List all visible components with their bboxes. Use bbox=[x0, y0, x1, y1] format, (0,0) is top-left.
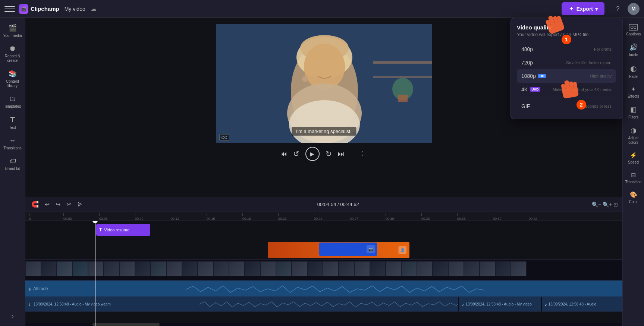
zoom-controls: 🔍− 🔍+ ⊡ bbox=[592, 202, 618, 208]
sidebar-item-templates[interactable]: 🗂 Templates bbox=[1, 92, 24, 112]
rewind-button[interactable]: ↺ bbox=[293, 149, 299, 158]
quality-1080p-label: 1080p HD bbox=[521, 73, 546, 79]
sidebar-item-transitions[interactable]: ↔ Transitions bbox=[1, 134, 24, 153]
thumb-29 bbox=[464, 261, 480, 276]
captions-label: Captions bbox=[626, 32, 641, 37]
quality-4k[interactable]: 4K UHD Make the most of your 4K media bbox=[517, 83, 616, 96]
audio-note-2: ♪ bbox=[462, 302, 464, 307]
cc-button[interactable]: CC bbox=[219, 134, 230, 141]
sidebar-item-your-media[interactable]: 🎬 Your media bbox=[1, 21, 24, 41]
skip-forward-button[interactable]: ⏭ bbox=[338, 150, 345, 158]
thumb-32 bbox=[511, 261, 527, 276]
magnet-tool[interactable]: 🧲 bbox=[30, 199, 40, 209]
sidebar-item-brand-kit[interactable]: 🏷 Brand kit bbox=[1, 154, 24, 174]
thumb-6 bbox=[104, 261, 119, 276]
topbar: 🎬 Clipchamp My video ☁ ＋ Export ▾ ? M bbox=[0, 0, 644, 18]
blue-video-clip[interactable]: 📷 bbox=[319, 243, 377, 256]
thumb-31 bbox=[495, 261, 511, 276]
thumb-10 bbox=[166, 261, 182, 276]
video-thumbnails[interactable] bbox=[25, 261, 622, 276]
sidebar-item-record[interactable]: ⏺ Record & create bbox=[1, 42, 24, 66]
video-container: I'm a marketing specialist. CC bbox=[216, 24, 432, 143]
video-title[interactable]: My video bbox=[65, 6, 85, 12]
right-sidebar-adjust-colors[interactable]: ◑ Adjust colors bbox=[624, 123, 643, 148]
quality-1080p[interactable]: 1080p HD High quality bbox=[517, 69, 616, 83]
text-clip[interactable]: T Video resume bbox=[96, 224, 150, 236]
thumb-9 bbox=[151, 261, 166, 276]
right-sidebar-transition[interactable]: ⊟ Transition bbox=[624, 168, 643, 187]
sidebar-label-transitions: Transitions bbox=[3, 146, 22, 151]
text-track-content: T Video resume bbox=[25, 221, 622, 240]
right-sidebar-filters[interactable]: ◧ Filters bbox=[624, 102, 643, 123]
right-sidebar-effects[interactable]: ✦ Effects bbox=[624, 83, 643, 102]
cut-button[interactable]: ✂ bbox=[65, 199, 73, 209]
thumb-13 bbox=[213, 261, 229, 276]
video-overlay bbox=[216, 24, 432, 143]
zoom-out-button[interactable]: 🔍− bbox=[592, 202, 601, 208]
thumb-26 bbox=[417, 261, 433, 276]
zoom-in-button[interactable]: 🔍+ bbox=[603, 202, 612, 208]
desc-720p: Smaller file, faster export bbox=[566, 60, 612, 65]
export-label: Export bbox=[577, 6, 593, 12]
right-sidebar-speed[interactable]: ⚡ Speed bbox=[624, 149, 643, 168]
uhd-badge: UHD bbox=[530, 87, 540, 92]
redo-button[interactable]: ↪ bbox=[54, 199, 62, 209]
sidebar-expand-arrow[interactable]: › bbox=[1, 309, 24, 323]
right-sidebar-audio[interactable]: 🔊 Audio bbox=[624, 40, 643, 60]
altitude-track-content: ♪ Altitude bbox=[25, 281, 622, 297]
export-dropdown-title: Video quality bbox=[517, 24, 616, 31]
ruler-mark-1: 00:03 bbox=[63, 213, 72, 221]
ruler-mark-14: 00:42 bbox=[528, 213, 537, 221]
ruler-mark-0: 0 bbox=[28, 213, 31, 221]
ruler-mark-13: 00:39 bbox=[492, 213, 502, 221]
quality-480p[interactable]: 480p For drafts bbox=[517, 42, 616, 56]
desc-1080p: High quality bbox=[590, 74, 612, 78]
text-icon: T bbox=[10, 115, 15, 124]
forward-button[interactable]: ↻ bbox=[326, 149, 332, 158]
play-button[interactable]: ▶ bbox=[305, 147, 320, 161]
svg-rect-10 bbox=[398, 95, 408, 102]
audio-segment-2[interactable]: ♪ 13/09/2024, 12:58:48 - Audio - My vide… bbox=[458, 297, 540, 311]
fit-button[interactable]: ⊡ bbox=[613, 202, 618, 208]
skip-back-button[interactable]: ⏮ bbox=[280, 150, 287, 158]
right-sidebar-captions[interactable]: CC Captions bbox=[624, 21, 643, 39]
timeline-scrollbar[interactable] bbox=[25, 323, 622, 326]
right-sidebar-fade[interactable]: ◐ Fade bbox=[624, 61, 643, 82]
topbar-icons: ? M bbox=[612, 3, 640, 15]
scrollbar-thumb[interactable] bbox=[92, 323, 160, 326]
video-subtitle: I'm a marketing specialist. bbox=[292, 127, 356, 136]
svg-rect-7 bbox=[373, 61, 432, 64]
ruler-mark-12: 00:36 bbox=[456, 213, 466, 221]
ruler-mark-5: 00:15 bbox=[206, 213, 215, 221]
desc-480p: For drafts bbox=[594, 47, 612, 51]
avatar[interactable]: M bbox=[628, 3, 640, 15]
export-button[interactable]: ＋ Export ▾ bbox=[562, 2, 604, 15]
sidebar-item-text[interactable]: T Text bbox=[1, 113, 24, 133]
quality-720p[interactable]: 720p Smaller file, faster export bbox=[517, 56, 616, 69]
ruler-mark-6: 00:18 bbox=[242, 213, 251, 221]
split-button[interactable]: ⫸ bbox=[76, 200, 85, 209]
audio-icon: 🔊 bbox=[629, 43, 638, 51]
desc-gif: 10 seconds or less bbox=[577, 104, 612, 108]
audio-webm-bar[interactable]: ♪ 13/09/2024, 12:58:48 - Audio - My vide… bbox=[25, 297, 622, 311]
altitude-label: Altitude bbox=[33, 286, 48, 291]
ruler-mark-8: 00:24 bbox=[313, 213, 323, 221]
thumb-2 bbox=[41, 261, 57, 276]
altitude-waveform bbox=[50, 284, 619, 293]
quality-gif[interactable]: GIF 10 seconds or less bbox=[517, 99, 616, 113]
thumb-18 bbox=[292, 261, 307, 276]
help-button[interactable]: ? bbox=[612, 3, 624, 15]
video-track-row: 👤 📷 bbox=[25, 240, 622, 260]
sidebar-item-content-library[interactable]: 📚 Content library bbox=[1, 67, 24, 91]
dropdown-divider bbox=[517, 98, 616, 98]
hamburger-menu[interactable] bbox=[4, 4, 15, 14]
label-1080p: 1080p bbox=[521, 73, 536, 79]
thumb-3 bbox=[57, 261, 72, 276]
fullscreen-button[interactable]: ⛶ bbox=[362, 151, 368, 157]
right-sidebar-color[interactable]: 🎨 Color bbox=[624, 188, 643, 207]
video-track-content: 👤 📷 bbox=[25, 240, 622, 259]
altitude-track-clip[interactable]: ♪ Altitude bbox=[25, 281, 622, 297]
undo-button[interactable]: ↩ bbox=[43, 199, 51, 209]
effects-icon: ✦ bbox=[631, 86, 636, 93]
audio-segment-3[interactable]: ♪ 13/09/2024, 12:58:48 - Audio bbox=[541, 297, 622, 311]
